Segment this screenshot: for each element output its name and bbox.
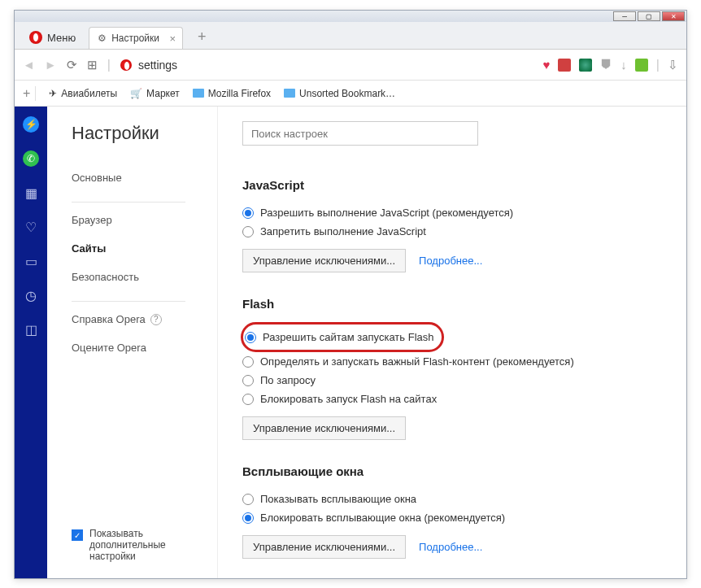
speed-dial-rail-icon[interactable]: ▦ bbox=[23, 185, 39, 201]
popups-more-link[interactable]: Подробнее... bbox=[419, 541, 482, 553]
section-flash: Flash Разрешить сайтам запускать Flash О… bbox=[242, 297, 662, 440]
radio-icon bbox=[242, 226, 254, 237]
settings-search-input[interactable] bbox=[242, 121, 478, 146]
opera-menu-button[interactable]: Меню bbox=[21, 26, 84, 49]
extension-icon-3[interactable] bbox=[635, 59, 648, 72]
address-input[interactable]: settings bbox=[120, 59, 533, 72]
tab-close-icon[interactable]: × bbox=[169, 33, 176, 45]
cart-icon: 🛒 bbox=[130, 88, 142, 99]
close-button[interactable]: ✕ bbox=[662, 11, 685, 21]
flash-allow-radio[interactable]: Разрешить сайтам запускать Flash bbox=[245, 328, 433, 346]
menu-label: Меню bbox=[47, 32, 76, 44]
bookmark-heart-icon[interactable]: ♥ bbox=[542, 58, 550, 72]
radio-icon bbox=[242, 494, 254, 505]
radio-checked-icon bbox=[245, 332, 256, 343]
maximize-button[interactable]: ▢ bbox=[638, 11, 660, 21]
nav-help[interactable]: Справка Opera ? bbox=[72, 305, 217, 333]
flash-heading: Flash bbox=[242, 297, 662, 311]
new-tab-button[interactable]: + bbox=[191, 25, 213, 49]
nav-sites[interactable]: Сайты bbox=[72, 234, 217, 263]
heart-rail-icon[interactable]: ♡ bbox=[23, 219, 39, 235]
radio-icon bbox=[242, 375, 254, 386]
add-bookmark-button[interactable]: + bbox=[23, 86, 36, 101]
section-popups: Всплывающие окна Показывать всплывающие … bbox=[242, 464, 662, 559]
opera-badge-icon bbox=[120, 59, 132, 71]
settings-title: Настройки bbox=[72, 123, 217, 144]
whatsapp-icon[interactable]: ✆ bbox=[23, 150, 39, 167]
nav-rate[interactable]: Оцените Opera bbox=[72, 333, 217, 362]
bookmark-aviatickets[interactable]: ✈ Авиабилеты bbox=[49, 88, 117, 99]
speed-dial-icon[interactable]: ⊞ bbox=[87, 58, 98, 72]
nav-browser[interactable]: Браузер bbox=[72, 206, 217, 234]
news-rail-icon[interactable]: ▭ bbox=[23, 253, 39, 269]
radio-icon bbox=[242, 356, 254, 368]
reload-button[interactable]: ⟳ bbox=[67, 58, 77, 72]
folder-icon bbox=[284, 89, 295, 98]
bookmark-unsorted[interactable]: Unsorted Bookmark… bbox=[284, 88, 395, 99]
tab-settings[interactable]: ⚙ Настройки × bbox=[89, 27, 183, 49]
bookmark-mozilla[interactable]: Mozilla Firefox bbox=[193, 88, 271, 99]
messenger-icon[interactable]: ⚡ bbox=[23, 116, 39, 133]
nav-security[interactable]: Безопасность bbox=[72, 263, 217, 291]
js-manage-exceptions-button[interactable]: Управление исключениями... bbox=[242, 249, 406, 272]
flash-detect-radio[interactable]: Определять и запускать важный Flash-конт… bbox=[242, 352, 662, 371]
js-allow-radio[interactable]: Разрешить выполнение JavaScript (рекомен… bbox=[242, 203, 662, 222]
downloads-icon[interactable]: ⇩ bbox=[668, 58, 678, 72]
flash-ondemand-radio[interactable]: По запросу bbox=[242, 371, 662, 390]
settings-content: JavaScript Разрешить выполнение JavaScri… bbox=[218, 107, 686, 578]
popups-show-radio[interactable]: Показывать всплывающие окна bbox=[242, 490, 662, 508]
folder-icon bbox=[193, 89, 204, 98]
minimize-button[interactable]: ─ bbox=[613, 11, 636, 21]
checkbox-icon: ✓ bbox=[72, 529, 83, 541]
plane-icon: ✈ bbox=[49, 88, 57, 99]
javascript-heading: JavaScript bbox=[242, 178, 662, 192]
popups-manage-exceptions-button[interactable]: Управление исключениями... bbox=[242, 535, 406, 559]
settings-nav: Настройки Основные Браузер Сайты Безопас… bbox=[47, 107, 218, 578]
back-button[interactable]: ◄ bbox=[23, 58, 35, 72]
shield-icon[interactable]: ⛊ bbox=[600, 58, 612, 72]
extensions-rail-icon[interactable]: ◫ bbox=[23, 321, 39, 338]
tab-strip: Меню ⚙ Настройки × + bbox=[15, 22, 686, 50]
forward-button[interactable]: ► bbox=[45, 58, 57, 72]
extension-icon-1[interactable] bbox=[558, 59, 571, 72]
nav-basic[interactable]: Основные bbox=[72, 163, 217, 192]
radio-checked-icon bbox=[242, 207, 254, 219]
history-rail-icon[interactable]: ◷ bbox=[23, 287, 39, 303]
popups-block-radio[interactable]: Блокировать всплывающие окна (рекомендуе… bbox=[242, 508, 662, 527]
url-text: settings bbox=[138, 59, 177, 72]
opera-logo-icon bbox=[29, 31, 42, 44]
bookmark-market[interactable]: 🛒 Маркет bbox=[130, 88, 180, 99]
extension-icon-2[interactable] bbox=[579, 59, 592, 72]
help-icon: ? bbox=[150, 314, 162, 325]
js-more-link[interactable]: Подробнее... bbox=[419, 255, 482, 267]
gear-icon: ⚙ bbox=[98, 33, 107, 44]
radio-icon bbox=[242, 394, 254, 405]
bookmarks-bar: + ✈ Авиабилеты 🛒 Маркет Mozilla Firefox … bbox=[15, 81, 686, 107]
section-javascript: JavaScript Разрешить выполнение JavaScri… bbox=[242, 178, 662, 272]
flash-block-radio[interactable]: Блокировать запуск Flash на сайтах bbox=[242, 390, 662, 408]
flash-manage-exceptions-button[interactable]: Управление исключениями... bbox=[242, 416, 406, 440]
show-advanced-checkbox[interactable]: ✓ Показывать дополнительные настройки bbox=[72, 528, 217, 562]
flash-allow-highlight: Разрешить сайтам запускать Flash bbox=[241, 322, 444, 352]
tab-title: Настройки bbox=[111, 33, 159, 44]
popups-heading: Всплывающие окна bbox=[242, 464, 662, 478]
window-titlebar: ─ ▢ ✕ bbox=[15, 11, 686, 22]
sidebar-rail: ⚡ ✆ ▦ ♡ ▭ ◷ ◫ bbox=[15, 107, 47, 578]
download-arrow-icon[interactable]: ↓ bbox=[620, 58, 627, 72]
radio-checked-icon bbox=[242, 512, 254, 524]
address-bar: ◄ ► ⟳ ⊞ | settings ♥ ⛊ ↓ | ⇩ bbox=[15, 50, 686, 81]
js-deny-radio[interactable]: Запретить выполнение JavaScript bbox=[242, 222, 662, 241]
